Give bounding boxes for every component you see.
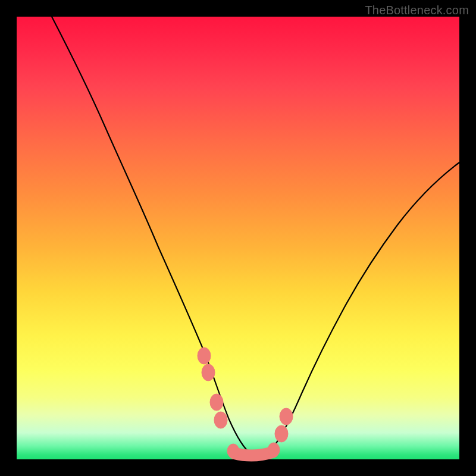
marker-dot: [280, 408, 293, 425]
plot-area: [17, 17, 459, 459]
attribution-label: TheBottleneck.com: [365, 4, 469, 17]
marker-valley-bar: [234, 452, 273, 456]
marker-dot: [214, 412, 227, 428]
bottleneck-curve: [17, 17, 459, 459]
marker-dot: [198, 347, 211, 364]
marker-dot: [202, 364, 215, 381]
curve-path: [52, 17, 459, 456]
chart-frame: TheBottleneck.com: [0, 0, 476, 476]
marker-dot: [275, 425, 288, 442]
marker-dot: [210, 394, 223, 411]
marker-dot: [227, 444, 239, 458]
marker-dot: [268, 443, 280, 457]
